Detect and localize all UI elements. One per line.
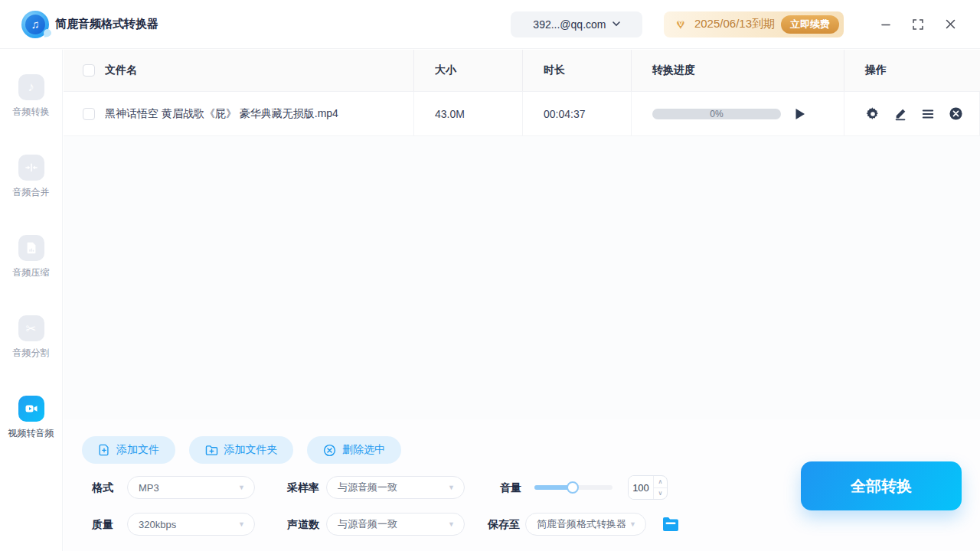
settings-gear-icon[interactable]	[865, 106, 880, 122]
play-icon[interactable]	[795, 108, 805, 120]
header-progress: 转换进度	[632, 50, 844, 91]
app-title: 简鹿音频格式转换器	[55, 17, 158, 31]
sidebar-item-audio-compress[interactable]: 音频压缩	[13, 235, 50, 279]
select-all-checkbox[interactable]	[83, 64, 95, 77]
table-header: 文件名 大小 时长 转换进度 操作	[64, 50, 980, 92]
volume-value-input[interactable]	[629, 476, 653, 499]
format-label: 格式	[92, 476, 113, 499]
titlebar: ♫ 简鹿音频格式转换器 392...@qq.com ♥V 2025/06/13到…	[0, 0, 980, 49]
dropdown-arrow-icon: ▼	[238, 520, 245, 528]
row-checkbox[interactable]	[83, 108, 95, 120]
remove-circle-icon	[323, 444, 336, 457]
window-controls	[879, 18, 957, 31]
titlebar-right: 392...@qq.com ♥V 2025/06/13到期 立即续费	[511, 11, 980, 37]
quality-select[interactable]: 320kbps ▼	[127, 513, 255, 536]
table-row: 黑神话悟空 黄眉战歌《屁》 豪华典藏无损版.mp4 43.0M 00:04:37…	[64, 92, 980, 136]
file-name: 黑神话悟空 黄眉战歌《屁》 豪华典藏无损版.mp4	[105, 107, 338, 121]
account-dropdown[interactable]: 392...@qq.com	[511, 11, 642, 37]
sidebar-item-audio-convert[interactable]: ♪ 音频转换	[13, 74, 50, 119]
add-file-button[interactable]: 添加文件	[82, 436, 175, 464]
music-note-icon: ♪	[18, 74, 44, 100]
task-list-icon[interactable]	[920, 106, 936, 122]
minimize-button[interactable]	[879, 18, 893, 31]
maximize-button[interactable]	[911, 18, 925, 31]
convert-all-button[interactable]: 全部转换	[801, 461, 962, 510]
dropdown-arrow-icon: ▼	[448, 520, 455, 528]
volume-number-input: ∧ ∨	[628, 475, 668, 500]
cell-filename: 黑神话悟空 黄眉战歌《屁》 豪华典藏无损版.mp4	[64, 92, 414, 135]
channels-select[interactable]: 与源音频一致 ▼	[326, 513, 465, 536]
dropdown-arrow-icon: ▼	[238, 484, 245, 491]
sidebar-item-audio-merge[interactable]: 音频合并	[13, 155, 50, 199]
edit-pencil-icon[interactable]	[893, 106, 908, 122]
brand: ♫ 简鹿音频格式转换器	[0, 11, 158, 38]
delete-selected-button[interactable]: 删除选中	[307, 436, 401, 464]
progress-label: 0%	[652, 109, 781, 119]
sidebar: ♪ 音频转换 音频合并 音频压缩	[0, 50, 63, 551]
header-duration: 时长	[523, 50, 632, 91]
dropdown-arrow-icon: ▼	[629, 520, 636, 528]
cell-duration: 00:04:37	[523, 92, 632, 135]
open-folder-icon[interactable]	[662, 516, 680, 533]
format-select[interactable]: MP3 ▼	[127, 476, 255, 499]
app-logo-music-note-icon: ♫	[21, 11, 49, 38]
cell-operations	[844, 92, 980, 135]
scissors-icon: ✂	[18, 315, 44, 341]
account-email: 392...@qq.com	[533, 18, 606, 31]
quality-label: 质量	[92, 513, 113, 536]
volume-slider[interactable]	[534, 476, 612, 499]
chevron-down-icon	[612, 21, 620, 27]
vip-expiry-date: 2025/06/13到期	[694, 17, 775, 31]
add-folder-button[interactable]: 添加文件夹	[189, 436, 293, 464]
channels-label: 声道数	[287, 513, 319, 536]
app-window: ♫ 简鹿音频格式转换器 392...@qq.com ♥V 2025/06/13到…	[0, 0, 980, 551]
header-operations: 操作	[844, 50, 980, 91]
vip-crown-icon: ♥V	[673, 18, 688, 31]
cell-progress: 0%	[632, 92, 844, 135]
progress-bar: 0%	[652, 109, 781, 119]
delete-circle-x-icon[interactable]	[948, 106, 963, 122]
video-camera-icon	[18, 396, 44, 422]
header-filename: 文件名	[64, 50, 414, 91]
vip-banner: ♥V 2025/06/13到期 立即续费	[664, 11, 844, 37]
bottom-panel: 添加文件 添加文件夹 删除选中 格式 MP3 ▼	[64, 419, 980, 551]
header-size: 大小	[414, 50, 523, 91]
main-content: 文件名 大小 时长 转换进度 操作 黑神话悟空 黄眉战歌《屁》 豪华典藏无损版.…	[64, 50, 980, 551]
save-to-label: 保存至	[488, 513, 520, 536]
sample-rate-select[interactable]: 与源音频一致 ▼	[326, 476, 465, 499]
close-button[interactable]	[943, 18, 957, 31]
slider-thumb[interactable]	[567, 481, 579, 494]
spin-down-icon[interactable]: ∨	[654, 488, 667, 500]
folder-plus-icon	[205, 445, 218, 456]
sidebar-item-audio-split[interactable]: ✂ 音频分割	[13, 315, 50, 360]
cell-size: 43.0M	[414, 92, 523, 135]
file-plus-icon	[98, 444, 110, 456]
volume-label: 音量	[500, 476, 521, 499]
sidebar-item-video-to-audio[interactable]: 视频转音频	[8, 396, 54, 440]
dropdown-arrow-icon: ▼	[448, 484, 455, 491]
renew-button[interactable]: 立即续费	[781, 15, 839, 34]
save-to-select[interactable]: 简鹿音频格式转换器 ▼	[525, 513, 646, 536]
sample-rate-label: 采样率	[287, 476, 319, 499]
spin-up-icon[interactable]: ∧	[654, 476, 667, 488]
compress-file-icon	[18, 235, 44, 261]
merge-icon	[18, 155, 44, 181]
